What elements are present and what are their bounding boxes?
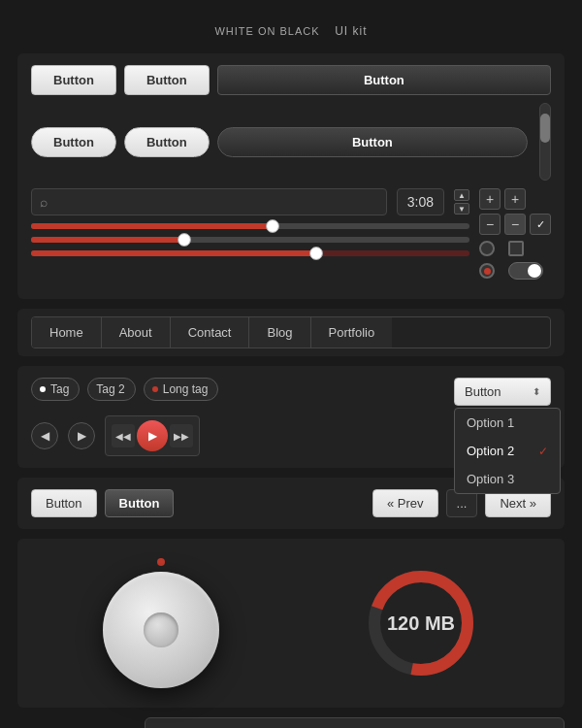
donut-chart: 120 MB (363, 565, 479, 681)
slider-3-thumb[interactable] (309, 247, 323, 260)
dropdown-option-1[interactable]: Option 1 (455, 409, 560, 437)
media-player: ◀◀ ▶ ▶▶ (105, 415, 200, 456)
button-6[interactable]: Button (217, 127, 528, 157)
nav-about[interactable]: About (102, 317, 171, 347)
spinner: ▲ ▼ (454, 189, 469, 215)
slider-2-thumb[interactable] (178, 233, 191, 247)
toggle[interactable] (508, 262, 543, 280)
plus-btn-2[interactable]: + (504, 188, 526, 210)
dropdown-option-2[interactable]: Option 2 ✓ (455, 437, 560, 465)
button-2[interactable]: Button (124, 65, 210, 95)
slider-1-thumb[interactable] (266, 219, 279, 233)
dropdown: Button ⬍ Option 1 Option 2 ✓ Option 3 (454, 378, 551, 406)
tag-dot-1 (40, 386, 46, 392)
pm-grid: + + − − ✓ (479, 188, 551, 235)
checkbox-1[interactable] (508, 241, 524, 256)
knob-indicator-top (157, 558, 165, 566)
search-box[interactable]: ⌕ (31, 188, 387, 215)
slider-1-fill (31, 223, 273, 229)
nav-next-arrow[interactable]: ▶ (68, 422, 95, 449)
dropdown-button[interactable]: Button ⬍ (454, 378, 551, 406)
time-display: 3:08 (397, 188, 444, 215)
button-5[interactable]: Button (124, 127, 210, 157)
user-card: Name + Surname from London, UK (145, 717, 565, 728)
pagination-prev[interactable]: « Prev (372, 489, 438, 517)
toggle-row (479, 262, 551, 280)
tag-2[interactable]: Tag 2 (87, 378, 135, 401)
minus-btn-1[interactable]: − (479, 214, 501, 235)
tag-3[interactable]: Long tag (144, 378, 219, 401)
tag-dot-3 (152, 386, 158, 392)
pagination-btn-2[interactable]: Button (105, 489, 175, 517)
minus-btn-2[interactable]: − (504, 214, 526, 235)
play-button[interactable]: ▶ (137, 420, 168, 451)
slider-1[interactable] (31, 223, 469, 229)
tags-row: Tag Tag 2 Long tag (31, 378, 444, 401)
search-icon: ⌕ (40, 194, 48, 210)
dropdown-arrow-icon: ⬍ (533, 386, 540, 397)
tags-media-section: Tag Tag 2 Long tag Button ⬍ Option 1 Opt… (17, 366, 565, 468)
tag-1[interactable]: Tag (31, 378, 80, 401)
radio-1[interactable] (479, 241, 495, 256)
knob-donut-section: 120 MB (17, 539, 565, 708)
slider-2[interactable] (31, 237, 469, 243)
plus-btn-1[interactable]: + (479, 188, 501, 210)
nav-contact[interactable]: Contact (171, 317, 250, 347)
nav-section: Home About Contact Blog Portfolio (17, 309, 565, 356)
nav-prev-arrow[interactable]: ◀ (31, 422, 58, 449)
page-title: WHITE ON BLACK UI kit (0, 0, 582, 53)
dropdown-option-3[interactable]: Option 3 (455, 465, 560, 493)
toggle-knob (528, 264, 541, 278)
knob-center (144, 612, 178, 647)
nav-home[interactable]: Home (32, 317, 102, 347)
nav-portfolio[interactable]: Portfolio (311, 317, 393, 347)
knob-area (103, 558, 219, 688)
nav-bar: Home About Contact Blog Portfolio (31, 316, 551, 348)
slider-3[interactable] (31, 250, 469, 256)
button-3[interactable]: Button (217, 65, 551, 95)
check-btn[interactable]: ✓ (530, 214, 551, 235)
slider-3-fill (31, 250, 316, 256)
button-1[interactable]: Button (31, 65, 116, 95)
bottom-section: This is a tooltip Name + Surname from Lo… (17, 717, 565, 728)
donut-label: 120 MB (387, 612, 455, 635)
radio-check-row (479, 241, 551, 256)
volume-knob[interactable] (103, 572, 219, 688)
scrollbar[interactable] (539, 103, 551, 181)
nav-blog[interactable]: Blog (249, 317, 310, 347)
radio-2[interactable] (479, 263, 495, 279)
buttons-section: Button Button Button Button Button Butto… (17, 53, 565, 299)
slider-2-fill (31, 237, 184, 243)
scrollbar-thumb (540, 114, 550, 143)
rewind-button[interactable]: ◀◀ (112, 424, 135, 447)
spinner-down[interactable]: ▼ (454, 203, 469, 215)
dropdown-menu: Option 1 Option 2 ✓ Option 3 (454, 408, 561, 494)
pagination-btn-1[interactable]: Button (31, 489, 97, 517)
forward-button[interactable]: ▶▶ (170, 424, 193, 447)
button-4[interactable]: Button (31, 127, 116, 157)
spinner-up[interactable]: ▲ (454, 189, 469, 201)
